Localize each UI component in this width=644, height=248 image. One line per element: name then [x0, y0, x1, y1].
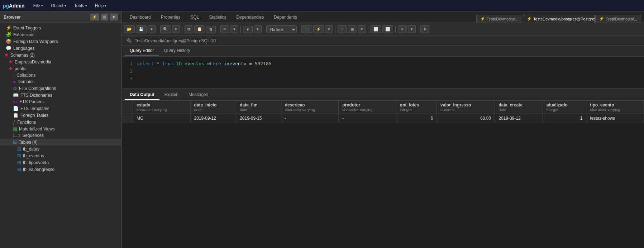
tree-item-label: FTS Dictionaries	[20, 93, 52, 98]
tree-item-public[interactable]: ❖ public	[0, 65, 121, 72]
cell-tipo-evento: festas-shows	[586, 114, 644, 123]
cell-data-fim: 2019-09-15	[236, 114, 281, 123]
delete-btn[interactable]: 🗑	[206, 26, 216, 33]
tree-item-fts-parsers[interactable]: Aa FTS Parsers	[0, 99, 121, 105]
tab-dependencies[interactable]: Dependencies	[231, 13, 269, 23]
tree-item-tb-valoringresso[interactable]: ⊞ tb_valoringresso	[0, 166, 121, 173]
tree-item-empresa[interactable]: ❖ EmpresaDevmedia	[0, 58, 121, 65]
grid-arrow-btn[interactable]: ▾	[358, 25, 366, 33]
languages-icon: 💬	[6, 46, 11, 51]
stack1-btn[interactable]: ⬜	[371, 25, 381, 33]
sidebar-flash-btn[interactable]: ⚡	[90, 14, 99, 20]
functions-icon: ƒ	[13, 119, 15, 125]
conn-label-text: TesteDevmedia/postgres@PostgreSQL 10	[135, 38, 216, 43]
query-editor[interactable]: 1 select * from tb_eventos where idevent…	[122, 57, 644, 89]
tab-data-output[interactable]: Data Output	[125, 90, 159, 100]
col-data-fim: data_fim date	[236, 101, 281, 114]
tree-item-tb-eventos[interactable]: ⊞ tb_eventos	[0, 152, 121, 159]
line-num-3: 3	[126, 75, 133, 83]
menu-help[interactable]: Help ▾	[91, 2, 110, 10]
edit-btn[interactable]: ✏	[220, 25, 229, 33]
tree-item-languages[interactable]: 💬 Languages	[0, 45, 121, 52]
tab-dependents[interactable]: Dependents	[269, 13, 302, 23]
tab-explain[interactable]: Explain	[159, 90, 183, 100]
col-descricao: descricao character varying	[281, 101, 339, 114]
cell-estado: MG	[133, 114, 191, 123]
tab-sql[interactable]: SQL	[185, 13, 204, 23]
tree-item-label: Foreign Tables	[20, 113, 49, 118]
edit-arrow-btn[interactable]: ▾	[230, 25, 238, 33]
pen-arrow-btn[interactable]: ▾	[408, 25, 416, 33]
data-table: estado character varying data_inicio dat…	[122, 100, 644, 123]
conn-label-bar: 🔌 TesteDevmedia/postgres@PostgreSQL 10	[122, 36, 644, 46]
nav-tabs: Dashboard Properties SQL Statistics Depe…	[125, 13, 476, 23]
open-file-btn[interactable]: 📂	[124, 25, 135, 33]
col-data-inicio: data_inicio date	[190, 101, 236, 114]
tree-item-label: Foreign Data Wrappers	[13, 39, 58, 44]
stack2-btn[interactable]: ⬜	[382, 25, 393, 33]
tab-properties[interactable]: Properties	[156, 13, 186, 23]
tree-item-sequences[interactable]: 1…3 Sequences	[0, 132, 121, 139]
tab-dashboard[interactable]: Dashboard	[125, 13, 156, 23]
tree-item-label: Sequences	[22, 133, 44, 138]
tree-item-label: FTS Configurations	[19, 86, 56, 91]
menu-file[interactable]: File ▾	[30, 2, 47, 10]
cell-descricao: -	[281, 114, 339, 123]
stop-btn[interactable]: ⬛	[301, 25, 312, 33]
tree-item-label: Materialized Views	[19, 127, 55, 132]
tab-query-history[interactable]: Query History	[159, 46, 195, 56]
empresa-icon: ❖	[9, 59, 13, 65]
find-btn[interactable]: 🔍	[160, 25, 171, 33]
tree-item-fts-configs[interactable]: ⚙ FTS Configurations	[0, 85, 121, 92]
tree-item-fts-dicts[interactable]: 📖 FTS Dictionaries	[0, 92, 121, 99]
tree-item-fts-templates[interactable]: 📄 FTS Templates	[0, 105, 121, 112]
sidebar-filter-btn[interactable]: ▼	[110, 14, 118, 20]
filter-arrow-btn[interactable]: ▾	[254, 25, 262, 33]
conn-tab-3[interactable]: ⚡ TesteDevmedia/...	[595, 15, 641, 23]
sep6	[299, 26, 299, 33]
cursor-btn[interactable]: ☞	[338, 25, 347, 33]
domains-icon: ◈	[13, 80, 16, 84]
sequences-icon: 1…3	[13, 134, 20, 138]
run-btn[interactable]: ⚡	[313, 25, 324, 33]
tree-item-schemas[interactable]: ❖ Schemas (2)	[0, 52, 121, 58]
sep3	[218, 26, 218, 33]
tab-query-editor[interactable]: Query Editor	[125, 46, 159, 56]
tree-item-extensions[interactable]: 🧩 Extensions	[0, 31, 121, 38]
copy-btn[interactable]: ⧉	[185, 25, 193, 33]
run-arrow-btn[interactable]: ▾	[325, 25, 333, 33]
grid-btn[interactable]: ⊞	[348, 25, 357, 33]
tree-item-tables[interactable]: ⊞ Tables (4)	[0, 139, 121, 146]
tree-item-foreign-tables[interactable]: 📋 Foreign Tables	[0, 112, 121, 119]
find-arrow-btn[interactable]: ▾	[172, 25, 180, 33]
pen-btn[interactable]: ✒	[398, 25, 407, 33]
tab-messages[interactable]: Messages	[183, 90, 213, 100]
tree-item-collations[interactable]: ↕ Collations	[0, 72, 121, 78]
mat-views-icon: ▦	[13, 126, 17, 132]
tree-item-label: public	[15, 66, 26, 71]
filter-btn[interactable]: ▼	[243, 26, 253, 33]
line-num-1: 1	[126, 60, 133, 68]
limit-select[interactable]: No limit 100 rows 500 rows 1000 rows	[266, 25, 297, 33]
conn-tabs-right: ⚡ TesteDevmedia/... ⚡ TesteDevmedia/post…	[476, 15, 641, 23]
tab-statistics[interactable]: Statistics	[204, 13, 231, 23]
download-btn[interactable]: ⬇	[420, 25, 429, 33]
public-icon: ❖	[9, 66, 13, 71]
sep2	[182, 26, 182, 33]
menu-object[interactable]: Object ▾	[47, 2, 70, 10]
tree-item-tb-datas[interactable]: ⊞ tb_datas	[0, 146, 121, 152]
sidebar-grid-btn[interactable]: ⊞	[101, 14, 108, 20]
tree-item-functions[interactable]: ƒ Functions	[0, 119, 121, 125]
menu-tools[interactable]: Tools ▾	[71, 2, 91, 10]
tree-item-mat-views[interactable]: ▦ Materialized Views	[0, 125, 121, 132]
tree-item-foreign-data-wrappers[interactable]: 📦 Foreign Data Wrappers	[0, 38, 121, 45]
tree-item-event-triggers[interactable]: ⚡ Event Triggers	[0, 24, 121, 31]
tree-item-tb-tipoevento[interactable]: ⊞ tb_tipoevento	[0, 159, 121, 166]
tree-item-domains[interactable]: ◈ Domains	[0, 78, 121, 85]
save-btn[interactable]: 💾	[136, 25, 147, 33]
paste-btn[interactable]: 📋	[194, 25, 205, 33]
conn-tab-2[interactable]: ⚡ TesteDevmedia/postgres@PostgreSQL 10 *	[523, 15, 595, 23]
save-arrow-btn[interactable]: ▾	[148, 25, 156, 33]
conn-tab-1[interactable]: ⚡ TesteDevmedia/...	[476, 15, 522, 23]
foreign-data-wrappers-icon: 📦	[6, 39, 11, 44]
